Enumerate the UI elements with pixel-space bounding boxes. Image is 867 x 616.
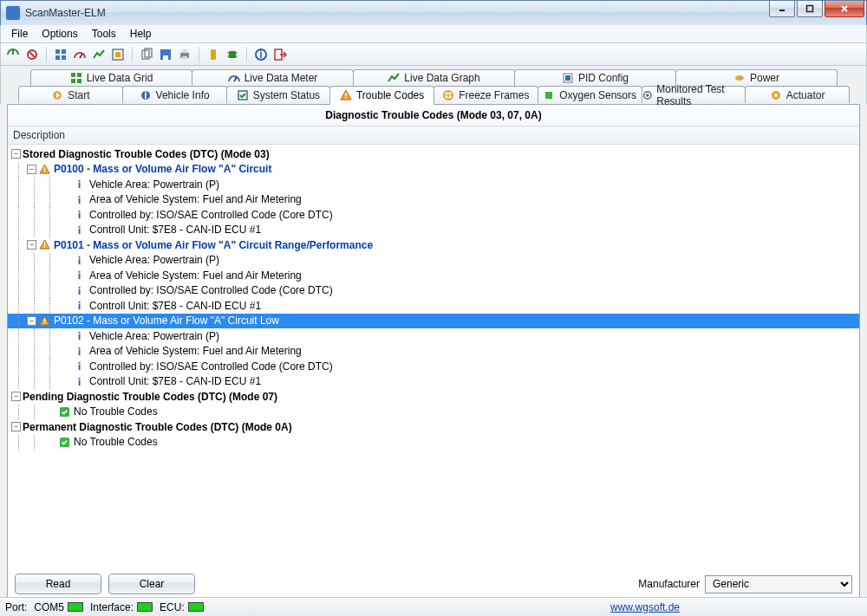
status-icon xyxy=(237,89,249,101)
dtc-0-detail-1[interactable]: Area of Vehicle System: Fuel and Air Met… xyxy=(8,192,859,208)
tab-trouble-codes[interactable]: Trouble Codes xyxy=(329,86,434,105)
svg-rect-6 xyxy=(55,49,60,54)
permanent-dtc-header[interactable]: −Permanent Diagnostic Trouble Codes (DTC… xyxy=(8,419,859,435)
dtc-1-detail-3[interactable]: Controll Unit: $7E8 - CAN-ID ECU #1 xyxy=(8,298,859,314)
upper-tab-pid-config[interactable]: PID Config xyxy=(514,69,676,86)
svg-rect-71 xyxy=(79,287,81,289)
dtc-1-detail-1[interactable]: Area of Vehicle System: Fuel and Air Met… xyxy=(8,268,859,283)
dtc-0-detail-3[interactable]: Controll Unit: $7E8 - CAN-ID ECU #1 xyxy=(8,223,859,238)
tab-start[interactable]: Start xyxy=(18,86,123,103)
svg-rect-16 xyxy=(163,55,168,60)
tree-label: Controlled by: ISO/SAE Controlled Code (… xyxy=(89,284,333,296)
dtc-1-detail-0[interactable]: Vehicle Area: Powertrain (P) xyxy=(8,253,859,269)
svg-rect-59 xyxy=(79,198,81,204)
dtc-0[interactable]: −P0100 - Mass or Volume Air Flow "A" Cir… xyxy=(8,162,859,178)
upper-tab-live-data-meter[interactable]: Live Data Meter xyxy=(192,69,354,86)
toolbar-device-icon[interactable] xyxy=(206,48,220,62)
toolbar-copy-icon[interactable] xyxy=(140,48,153,62)
collapse-icon[interactable]: − xyxy=(27,165,36,174)
menu-tools[interactable]: Tools xyxy=(85,25,123,42)
tab-monitored-test-results[interactable]: Monitored Test Results xyxy=(642,86,746,103)
toolbar-config-icon[interactable] xyxy=(111,48,125,62)
svg-rect-66 xyxy=(44,247,45,248)
menu-options[interactable]: Options xyxy=(35,25,84,42)
actuator-icon xyxy=(770,89,782,101)
svg-rect-57 xyxy=(79,183,81,189)
dtc-2-detail-1[interactable]: Area of Vehicle System: Fuel and Air Met… xyxy=(8,344,859,360)
svg-rect-48 xyxy=(545,92,552,99)
svg-rect-83 xyxy=(79,365,81,371)
tree-label: Vehicle Area: Powertrain (P) xyxy=(89,330,219,342)
upper-tab-live-data-grid[interactable]: Live Data Grid xyxy=(30,69,192,86)
port-led-icon xyxy=(68,602,83,612)
tab-label: Vehicle Info xyxy=(156,89,210,101)
svg-rect-18 xyxy=(182,49,187,53)
start-icon xyxy=(51,89,63,101)
svg-rect-77 xyxy=(44,322,45,323)
manufacturer-select[interactable]: Generic xyxy=(705,575,852,593)
dtc-tree[interactable]: −Stored Diagnostic Trouble Codes (DTC) (… xyxy=(8,145,859,567)
detail-icon xyxy=(75,376,86,387)
lower-tab-row: StartiVehicle InfoSystem StatusTrouble C… xyxy=(0,86,867,104)
tab-label: Live Data Grid xyxy=(87,72,153,84)
meter-icon xyxy=(228,72,240,84)
svg-rect-60 xyxy=(79,211,81,212)
toolbar-chip-icon[interactable] xyxy=(225,48,239,62)
tab-actuator[interactable]: Actuator xyxy=(745,86,850,103)
toolbar-grid-icon[interactable] xyxy=(54,48,68,62)
tab-oxygen-sensors[interactable]: Oxygen Sensors xyxy=(538,86,642,103)
menu-help[interactable]: Help xyxy=(123,25,159,42)
tab-system-status[interactable]: System Status xyxy=(226,86,331,103)
tab-label: Monitored Test Results xyxy=(656,83,745,107)
toolbar-exit-icon[interactable] xyxy=(273,48,287,62)
dtc-1-detail-2[interactable]: Controlled by: ISO/SAE Controlled Code (… xyxy=(8,283,859,299)
tab-freeze-frames[interactable]: Freeze Frames xyxy=(434,86,538,103)
toolbar-connect-icon[interactable] xyxy=(6,48,20,62)
collapse-icon[interactable]: − xyxy=(27,240,36,250)
toolbar-meter-icon[interactable] xyxy=(73,48,87,62)
tab-label: System Status xyxy=(253,89,320,101)
collapse-icon[interactable]: − xyxy=(27,316,36,326)
tab-vehicle-info[interactable]: iVehicle Info xyxy=(122,86,227,103)
clear-button[interactable]: Clear xyxy=(108,574,195,594)
svg-rect-58 xyxy=(79,196,81,198)
window-titlebar: ScanMaster-ELM xyxy=(0,0,867,25)
collapse-icon[interactable]: − xyxy=(11,149,21,159)
toolbar-disconnect-icon[interactable] xyxy=(25,48,39,62)
status-url[interactable]: www.wgsoft.de xyxy=(610,601,680,613)
config-icon xyxy=(562,72,574,84)
svg-rect-85 xyxy=(79,379,81,386)
pending-no-codes[interactable]: No Trouble Codes xyxy=(8,405,859,420)
toolbar-save-icon[interactable] xyxy=(159,48,173,62)
maximize-button[interactable] xyxy=(797,1,823,17)
dtc-2-detail-3[interactable]: Controll Unit: $7E8 - CAN-ID ECU #1 xyxy=(8,374,859,390)
interface-led-icon xyxy=(137,602,153,612)
graph-icon xyxy=(388,72,400,84)
toolbar-info-icon[interactable]: i xyxy=(254,48,268,62)
toolbar-print-icon[interactable] xyxy=(178,48,192,62)
dtc-0-detail-2[interactable]: Controlled by: ISO/SAE Controlled Code (… xyxy=(8,207,859,223)
dtc-2-detail-0[interactable]: Vehicle Area: Powertrain (P) xyxy=(8,328,859,344)
stored-dtc-header[interactable]: −Stored Diagnostic Trouble Codes (DTC) (… xyxy=(8,146,859,162)
tree-label: No Trouble Codes xyxy=(74,436,158,448)
menu-file[interactable]: File xyxy=(4,25,35,42)
collapse-icon[interactable]: − xyxy=(11,392,21,401)
o2-icon xyxy=(543,89,555,101)
upper-tab-live-data-graph[interactable]: Live Data Graph xyxy=(353,69,515,86)
collapse-icon[interactable]: − xyxy=(11,422,21,431)
dtc-2-detail-2[interactable]: Controlled by: ISO/SAE Controlled Code (… xyxy=(8,359,859,374)
read-button[interactable]: Read xyxy=(15,574,101,594)
pending-dtc-header[interactable]: −Pending Diagnostic Trouble Codes (DTC) … xyxy=(8,389,859,405)
dtc-0-detail-0[interactable]: Vehicle Area: Powertrain (P) xyxy=(8,177,859,192)
tree-label: Controlled by: ISO/SAE Controlled Code (… xyxy=(89,360,333,373)
dtc-1[interactable]: −P0101 - Mass or Volume Air Flow "A" Cir… xyxy=(8,237,859,253)
monitor-icon xyxy=(642,89,653,101)
status-interface-label: Interface: xyxy=(90,601,134,613)
permanent-no-codes[interactable]: No Trouble Codes xyxy=(8,435,859,451)
minimize-button[interactable] xyxy=(769,1,795,17)
dtc-2[interactable]: −P0102 - Mass or Volume Air Flow "A" Cir… xyxy=(8,314,859,329)
detail-icon xyxy=(75,224,86,236)
close-button[interactable] xyxy=(825,1,864,17)
statusbar: Port: COM5 Interface: ECU: www.wgsoft.de xyxy=(0,597,867,616)
toolbar-graph-icon[interactable] xyxy=(92,48,106,62)
